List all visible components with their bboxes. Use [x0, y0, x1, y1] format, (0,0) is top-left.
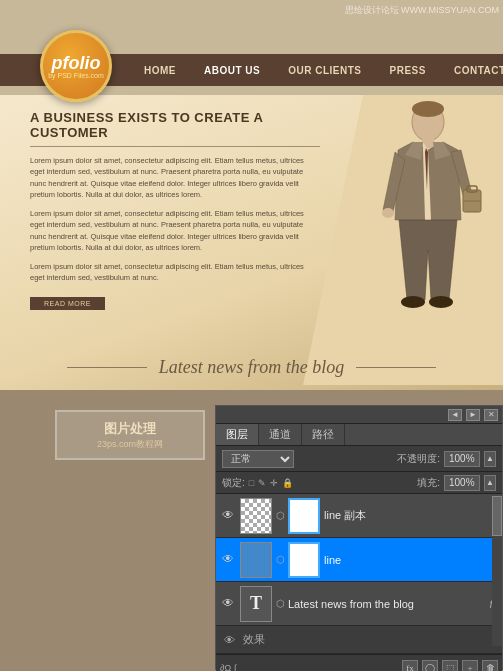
hero-content: A BUSINESS EXISTS TO CREATE A CUSTOMER L… [30, 110, 320, 310]
logo-text: pfolio [52, 54, 101, 72]
ps-scrollbar[interactable] [492, 496, 502, 646]
ps-close-btn[interactable]: ✕ [484, 409, 498, 421]
photoshop-panel: ◄ ► ✕ 图层 通道 路径 正常 不透明度: 100% ▲ 锁定: □ ✎ ✛… [215, 405, 503, 670]
layer-visibility-eye-1[interactable]: 👁 [220, 508, 236, 524]
blog-line-right [356, 367, 436, 368]
layer-mask-2 [288, 542, 320, 578]
layer-link-2: ⬡ [276, 554, 284, 565]
lock-move-icon[interactable]: ✛ [270, 478, 278, 488]
nav-clients[interactable]: OUR CLIENTS [274, 65, 375, 76]
logo-sub: by PSD Files.com [48, 72, 104, 79]
watermark-line1: 图片处理 [104, 420, 156, 438]
effects-label: 效果 [243, 632, 265, 647]
layer-visibility-eye-3[interactable]: 👁 [220, 596, 236, 612]
lock-paint-icon[interactable]: ✎ [258, 478, 266, 488]
layer-name-1: line 副本 [324, 508, 498, 523]
hero-paragraph-3: Lorem ipsum dolor sit amet, consectetur … [30, 261, 320, 284]
lock-all-icon[interactable]: 🔒 [282, 478, 293, 488]
hero-title: A BUSINESS EXISTS TO CREATE A CUSTOMER [30, 110, 320, 147]
businessman-figure [363, 100, 483, 330]
svg-point-1 [412, 101, 444, 117]
nav-about[interactable]: ABOUT US [190, 65, 274, 76]
nav-press[interactable]: PRESS [376, 65, 440, 76]
ps-bottom-toolbar: ∂Ω ∫ fx ◯ ⬚ + 🗑 [216, 654, 502, 671]
ps-lock-row: 锁定: □ ✎ ✛ 🔒 填充: 100% ▲ [216, 472, 502, 494]
nav-home[interactable]: HOME [130, 65, 190, 76]
blog-section: Latest news from the blog [0, 345, 503, 390]
layer-line[interactable]: 👁 ⬡ line [216, 538, 502, 582]
nav-contact[interactable]: CONTACT US [440, 65, 503, 76]
ps-add-style-btn[interactable]: fx [402, 660, 418, 672]
tab-layers[interactable]: 图层 [216, 424, 259, 445]
svg-point-7 [401, 296, 425, 308]
layer-type-icon: T [240, 586, 272, 622]
ps-layers-list: 👁 ⬡ line 副本 👁 ⬡ line 👁 T ⬡ Latest news f… [216, 494, 502, 654]
lock-label: 锁定: [222, 476, 245, 490]
layer-text[interactable]: 👁 T ⬡ Latest news from the blog fx [216, 582, 502, 626]
ps-group-btn[interactable]: ⬚ [442, 660, 458, 672]
hero-paragraph-2: Lorem ipsum dolor sit amet, consectetur … [30, 208, 320, 253]
fill-value[interactable]: 100% [444, 475, 480, 491]
tab-channels[interactable]: 通道 [259, 424, 302, 445]
svg-point-8 [429, 296, 453, 308]
opacity-label: 不透明度: [397, 452, 440, 466]
layer-line-copy[interactable]: 👁 ⬡ line 副本 [216, 494, 502, 538]
blog-line-left [67, 367, 147, 368]
layer-link-3: ⬡ [276, 598, 284, 609]
ps-delete-layer-btn[interactable]: 🗑 [482, 660, 498, 672]
ps-mask-btn[interactable]: ◯ [422, 660, 438, 672]
layer-name-3: Latest news from the blog [288, 598, 485, 610]
lock-pixel-icon[interactable]: □ [249, 478, 254, 488]
opacity-value[interactable]: 100% [444, 451, 480, 467]
layer-visibility-eye-2[interactable]: 👁 [220, 552, 236, 568]
fill-up-btn[interactable]: ▲ [484, 475, 496, 491]
opacity-up-btn[interactable]: ▲ [484, 451, 496, 467]
blog-section-title: Latest news from the blog [159, 357, 344, 378]
layer-thumb-1 [240, 498, 272, 534]
layer-link-1: ⬡ [276, 510, 284, 521]
svg-point-6 [382, 208, 394, 218]
effects-row: 👁 效果 [216, 626, 502, 654]
website-mockup: pfolio by PSD Files.com HOME ABOUT US OU… [0, 0, 503, 390]
effects-eye[interactable]: 👁 [224, 634, 235, 646]
layer-mask-1 [288, 498, 320, 534]
ps-bottom-label: ∂Ω ∫ [220, 663, 236, 672]
top-watermark: 思绘设计论坛 WWW.MISSYUAN.COM [345, 4, 500, 17]
hero-paragraph-1: Lorem ipsum dolor sit amet, consectetur … [30, 155, 320, 200]
layer-name-2: line [324, 554, 498, 566]
ps-scroll-thumb[interactable] [492, 496, 502, 536]
ps-expand-btn[interactable]: ► [466, 409, 480, 421]
ps-blend-row: 正常 不透明度: 100% ▲ [216, 446, 502, 472]
fill-label: 填充: [417, 476, 440, 490]
ps-new-layer-btn[interactable]: + [462, 660, 478, 672]
tab-paths[interactable]: 路径 [302, 424, 345, 445]
ps-collapse-btn[interactable]: ◄ [448, 409, 462, 421]
layer-thumb-2 [240, 542, 272, 578]
watermark-line2: 23ps.com教程网 [97, 438, 163, 451]
logo-badge: pfolio by PSD Files.com [40, 30, 112, 102]
ps-topbar: ◄ ► ✕ [216, 406, 502, 424]
main-nav: HOME ABOUT US OUR CLIENTS PRESS CONTACT … [130, 54, 503, 86]
watermark-badge: 图片处理 23ps.com教程网 [55, 410, 205, 460]
ps-bottom-icons: fx ◯ ⬚ + 🗑 [402, 660, 498, 672]
read-more-button[interactable]: READ MORE [30, 297, 105, 310]
blend-mode-select[interactable]: 正常 [222, 450, 294, 468]
ps-tabs: 图层 通道 路径 [216, 424, 502, 446]
